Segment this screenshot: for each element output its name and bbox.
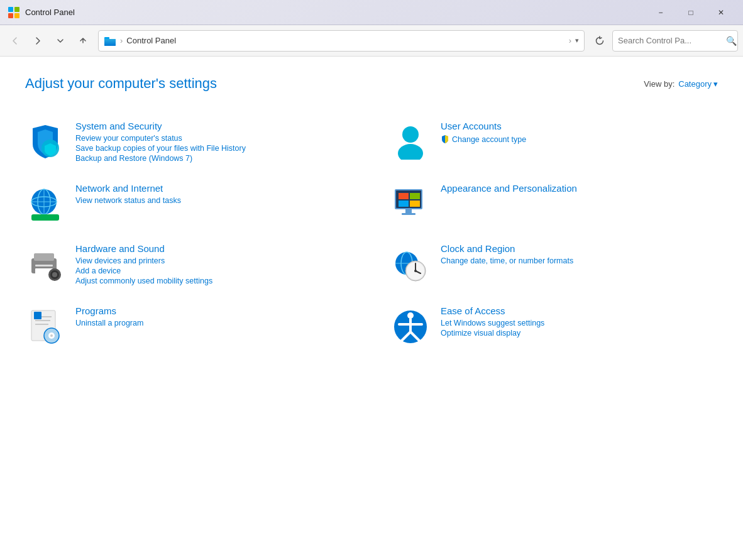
minimize-button[interactable]: − [646,3,675,22]
svg-rect-0 [8,7,13,12]
up-button[interactable] [73,31,93,51]
user-accounts-icon [390,121,431,161]
category-network-internet: Network and Internet View network status… [25,173,353,233]
visual-display-link[interactable]: Optimize visual display [441,329,718,338]
svg-rect-43 [34,312,41,319]
categories-grid: System and Security Review your computer… [25,111,718,356]
programs-title[interactable]: Programs [75,305,353,316]
programs-content: Programs Uninstall a program [75,305,353,327]
programs-icon [25,305,65,346]
appearance-content: Appearance and Personalization [441,183,718,196]
hardware-sound-title[interactable]: Hardware and Sound [75,243,353,254]
network-internet-icon [25,183,65,223]
category-user-accounts: User Accounts Change account type [390,111,718,173]
search-box[interactable]: 🔍 [612,30,738,52]
backup-history-link[interactable]: Save backup copies of your files with Fi… [75,144,353,153]
search-input[interactable] [618,36,724,45]
view-by-label: View by: [644,79,674,89]
category-appearance: Appearance and Personalization [390,173,718,233]
refresh-button[interactable] [590,31,610,51]
svg-rect-2 [8,13,13,18]
network-internet-content: Network and Internet View network status… [75,183,353,205]
svg-point-46 [50,334,53,337]
path-text: Control Panel [126,36,564,45]
clock-region-title[interactable]: Clock and Region [441,243,718,254]
svg-point-30 [52,272,57,277]
change-account-type-link[interactable]: Change account type [452,135,526,144]
appearance-title[interactable]: Appearance and Personalization [441,183,718,194]
system-security-icon [25,121,65,161]
forward-button[interactable] [28,31,48,51]
recent-locations-button[interactable] [50,31,70,51]
date-time-link[interactable]: Change date, time, or number formats [441,256,718,265]
svg-rect-18 [399,193,409,199]
maximize-button[interactable]: □ [676,3,705,22]
ease-of-access-title[interactable]: Ease of Access [441,305,718,316]
network-internet-title[interactable]: Network and Internet [75,183,353,194]
backup-restore-link[interactable]: Backup and Restore (Windows 7) [75,154,353,163]
user-accounts-content: User Accounts Change account type [441,121,718,144]
path-separator-2: › [569,36,571,45]
svg-rect-22 [405,209,412,213]
svg-point-9 [398,144,423,160]
hardware-sound-content: Hardware and Sound View devices and prin… [75,243,353,285]
mobility-settings-link[interactable]: Adjust commonly used mobility settings [75,277,353,285]
window-title: Control Panel [25,8,646,17]
add-device-link[interactable]: Add a device [75,266,353,275]
user-accounts-title[interactable]: User Accounts [441,121,718,131]
system-security-title[interactable]: System and Security [75,121,353,131]
svg-rect-3 [14,13,19,18]
uninstall-link[interactable]: Uninstall a program [75,319,353,327]
svg-rect-20 [399,200,409,207]
view-network-link[interactable]: View network status and tasks [75,196,353,205]
svg-rect-21 [410,200,420,207]
appearance-icon [390,183,431,223]
path-separator: › [120,36,123,45]
ease-of-access-content: Ease of Access Let Windows suggest setti… [441,305,718,338]
close-button[interactable]: ✕ [707,3,735,22]
review-status-link[interactable]: Review your computer's status [75,134,353,143]
svg-rect-1 [14,7,19,12]
svg-point-38 [414,270,417,272]
address-chevron-icon: ▾ [575,36,579,45]
address-box[interactable]: › Control Panel › ▾ [98,30,585,52]
system-security-content: System and Security Review your computer… [75,121,353,163]
view-by-row: View by: Category ▾ [644,79,718,89]
app-icon [8,6,20,19]
category-clock-region: Clock and Region Change date, time, or n… [390,233,718,295]
view-devices-link[interactable]: View devices and printers [75,256,353,265]
svg-rect-19 [410,193,420,199]
clock-region-icon [390,243,431,283]
view-by-dropdown[interactable]: Category ▾ [678,79,718,89]
hardware-sound-icon [25,243,65,283]
svg-point-8 [402,126,419,143]
address-bar-row: › Control Panel › ▾ 🔍 [0,25,743,57]
suggest-settings-link[interactable]: Let Windows suggest settings [441,319,718,327]
svg-rect-26 [35,265,53,266]
main-content: Adjust your computer's settings View by:… [0,57,743,560]
page-title: Adjust your computer's settings [25,75,217,92]
svg-rect-23 [402,213,416,215]
svg-rect-25 [34,253,54,261]
svg-rect-6 [104,39,116,46]
title-bar: Control Panel − □ ✕ [0,0,743,25]
page-title-row: Adjust your computer's settings View by:… [25,75,718,92]
category-ease-of-access: Ease of Access Let Windows suggest setti… [390,295,718,356]
category-system-security: System and Security Review your computer… [25,111,353,173]
clock-region-content: Clock and Region Change date, time, or n… [441,243,718,265]
search-button[interactable]: 🔍 [726,36,737,46]
category-hardware-sound: Hardware and Sound View devices and prin… [25,233,353,295]
category-programs: Programs Uninstall a program [25,295,353,356]
svg-rect-15 [31,214,59,221]
ease-of-access-icon [390,305,431,346]
back-button[interactable] [5,31,25,51]
window-controls: − □ ✕ [646,3,735,22]
